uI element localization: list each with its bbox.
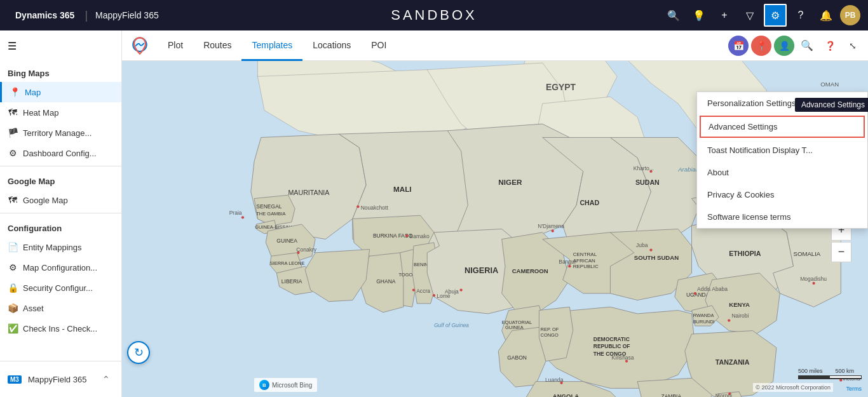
svg-text:REPUBLIC OF: REPUBLIC OF (593, 343, 630, 349)
app-help-button[interactable]: ❓ (820, 36, 840, 56)
hamburger-icon: ☰ (8, 40, 17, 52)
svg-point-55 (649, 248, 652, 251)
svg-text:TOGO: TOGO (398, 272, 412, 278)
app-name-label[interactable]: MappyField 365 (90, 10, 164, 20)
nav-locations[interactable]: Locations (302, 30, 361, 61)
entity-icon: 📄 (8, 242, 18, 252)
search-nav-button[interactable]: 🔍 (662, 4, 685, 27)
calendar-button[interactable]: 📅 (728, 36, 749, 56)
svg-text:SENEGAL: SENEGAL (256, 203, 281, 210)
sandbox-title: SANDBOX (391, 7, 477, 24)
lightbulb-nav-button[interactable]: 💡 (688, 4, 710, 27)
app-nav-icons: 📅 📍 👤 🔍 ❓ ⤡ (728, 36, 863, 56)
sidebar-hamburger[interactable]: ☰ (0, 30, 121, 61)
svg-text:BURUNDI: BURUNDI (693, 319, 715, 325)
app-expand-button[interactable]: ⤡ (843, 36, 863, 56)
sidebar-item-map-config[interactable]: ⚙ Map Configuration... (0, 257, 121, 278)
map-icon: 📍 (10, 87, 20, 97)
svg-text:TANZANIA: TANZANIA (715, 358, 750, 366)
location-pin-button[interactable]: 📍 (751, 36, 771, 56)
sidebar-footer-item[interactable]: M3 MappyField 365 ⌃ (0, 367, 121, 392)
nav-templates[interactable]: Templates (241, 30, 302, 61)
google-map-section: Google Map (0, 169, 121, 190)
svg-text:Luanda: Luanda (545, 377, 564, 383)
sidebar-item-asset[interactable]: 📦 Asset (0, 298, 121, 318)
sidebar-footer: M3 MappyField 365 ⌃ (0, 361, 121, 397)
filter-nav-button[interactable]: ▽ (738, 4, 761, 27)
svg-text:ZAMBIA: ZAMBIA (661, 393, 681, 397)
help-nav-button[interactable]: ? (789, 4, 812, 27)
refresh-icon: ↻ (134, 346, 144, 360)
app-logo (127, 33, 153, 58)
svg-point-51 (460, 288, 463, 291)
svg-text:KENYA: KENYA (729, 301, 750, 308)
sidebar-item-entity-mappings[interactable]: 📄 Entity Mappings (0, 237, 121, 257)
app-nav-items: Plot Routes Templates Locations POI (158, 30, 397, 60)
sidebar-item-map[interactable]: 📍 Map (0, 82, 121, 102)
settings-nav-button[interactable]: ⚙ (764, 4, 787, 27)
app-search-button[interactable]: 🔍 (797, 36, 817, 56)
zoom-out-button[interactable]: − (831, 241, 851, 262)
map-terms-link[interactable]: Terms (846, 386, 862, 392)
svg-text:GABON: GABON (507, 354, 527, 361)
nav-routes[interactable]: Routes (193, 30, 241, 61)
avatar[interactable]: PB (840, 5, 860, 25)
sidebar-item-checkins[interactable]: ✅ Check Ins - Check... (0, 318, 121, 339)
svg-text:NIGER: NIGER (498, 178, 522, 186)
sidebar: ☰ Bing Maps 📍 Map 🗺 Heat Map 🏴 Territory… (0, 30, 122, 397)
privacy-item[interactable]: Privacy & Cookies (697, 184, 867, 206)
sidebar-item-google-map[interactable]: 🗺 Google Map (0, 190, 121, 210)
toast-notification-item[interactable]: Toast Notification Display T... (697, 139, 867, 161)
about-item[interactable]: About (697, 161, 867, 184)
svg-point-45 (412, 288, 415, 291)
sidebar-item-security[interactable]: 🔒 Security Configur... (0, 278, 121, 298)
settings-dropdown: Personalization Settings Advanced Settin… (696, 91, 868, 229)
svg-text:CAMEROON: CAMEROON (512, 267, 548, 274)
svg-point-53 (568, 265, 571, 267)
sidebar-item-heat-map[interactable]: 🗺 Heat Map (0, 102, 121, 123)
svg-text:Conakry: Conakry (296, 246, 316, 253)
dynamics-label[interactable]: Dynamics 365 (8, 10, 82, 20)
nav-plot[interactable]: Plot (158, 30, 193, 61)
sidebar-item-dashboard[interactable]: ⚙ Dashboard Config... (0, 143, 121, 163)
svg-text:Addis Ababa: Addis Ababa (697, 286, 728, 292)
svg-point-47 (433, 294, 435, 297)
scale-km: 500 km (836, 368, 855, 374)
personalization-settings-item[interactable]: Personalization Settings (697, 92, 867, 114)
svg-point-65 (812, 282, 815, 285)
google-map-icon: 🗺 (8, 195, 18, 205)
sidebar-item-territory[interactable]: 🏴 Territory Manage... (0, 123, 121, 143)
svg-text:NIGERIA: NIGERIA (465, 266, 498, 275)
svg-text:Kinshasa: Kinshasa (612, 354, 634, 361)
svg-text:Accra: Accra (416, 288, 430, 294)
dashboard-icon: ⚙ (8, 148, 18, 158)
license-item[interactable]: Software license terms (697, 206, 867, 228)
svg-text:DEMOCRATIC: DEMOCRATIC (593, 336, 630, 342)
map-container[interactable]: MAURITANIA MALI NIGER CHAD SUDAN ETHIOPI… (122, 61, 868, 397)
bell-nav-button[interactable]: 🔔 (815, 4, 837, 27)
svg-point-57 (694, 292, 696, 295)
scale-miles: 500 miles (798, 368, 823, 374)
sidebar-item-security-label: Security Configur... (23, 283, 93, 293)
sidebar-item-dashboard-label: Dashboard Config... (23, 149, 97, 158)
svg-text:Moroni: Moroni (715, 393, 732, 397)
sidebar-item-territory-label: Territory Manage... (23, 128, 92, 138)
advanced-settings-item[interactable]: Advanced Settings (700, 116, 865, 138)
toast-label: Toast Notification Display T... (707, 145, 813, 155)
bing-label: Microsoft Bing (272, 382, 312, 389)
nav-poi[interactable]: POI (361, 30, 397, 61)
sidebar-item-heat-map-label: Heat Map (23, 108, 58, 118)
sidebar-divider-2 (0, 213, 121, 213)
svg-text:AFRICAN: AFRICAN (573, 258, 595, 264)
svg-text:ANGOLA: ANGOLA (553, 393, 580, 397)
plus-nav-button[interactable]: + (713, 4, 736, 27)
refresh-button[interactable]: ↻ (127, 341, 150, 364)
sidebar-item-map-label: Map (25, 88, 41, 97)
svg-text:EGYPT: EGYPT (546, 82, 576, 92)
sidebar-collapse-button[interactable]: ⌃ (98, 372, 114, 387)
map-copyright: © 2022 Microsoft Corporation (753, 383, 833, 392)
advanced-settings-label: Advanced Settings (709, 122, 777, 131)
svg-text:RWANDA: RWANDA (693, 313, 714, 318)
person-button[interactable]: 👤 (774, 36, 794, 56)
about-label: About (707, 168, 729, 177)
